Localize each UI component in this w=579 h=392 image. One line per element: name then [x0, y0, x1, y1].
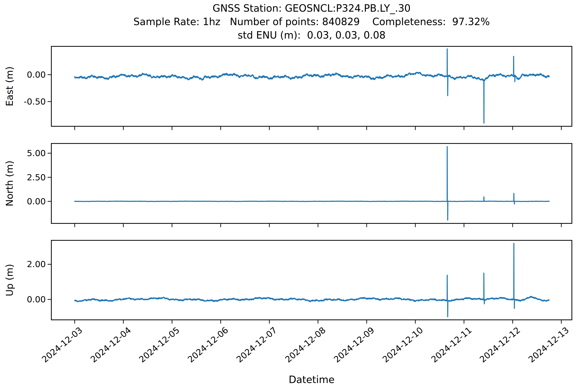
north-series-line [75, 147, 549, 220]
y-tick-label: 0.00 [0, 197, 46, 206]
up-plot-canvas [51, 240, 572, 320]
x-tick-label: 2024-12-13 [527, 326, 571, 364]
x-tick-label: 2024-12-09 [332, 326, 376, 364]
x-tick-label: 2024-12-06 [186, 326, 230, 364]
north-plot-canvas [51, 143, 572, 224]
up-panel [51, 240, 572, 320]
y-tick-label: 0.00 [0, 295, 46, 304]
figure-subtitle-stats: Sample Rate: 1hz Number of points: 84082… [51, 15, 572, 28]
x-tick-label: 2024-12-12 [478, 326, 522, 364]
x-tick-label: 2024-12-05 [138, 326, 181, 364]
x-tick-label: 2024-12-07 [235, 326, 279, 364]
up-series-line [75, 243, 549, 317]
figure-subtitle-std: std ENU (m): 0.03, 0.03, 0.08 [51, 28, 572, 42]
y-tick-label: 0.00 [0, 70, 46, 79]
north-panel [51, 143, 572, 224]
x-tick-label: 2024-12-11 [430, 326, 473, 364]
x-axis-label: Datetime [51, 374, 572, 386]
east-panel [51, 46, 572, 127]
y-tick-label: 2.00 [0, 260, 46, 269]
gnss-enu-figure: GNSS Station: GEOSNCL:P324.PB.LY_.30 Sam… [0, 0, 579, 392]
up-axis-label: Up (m) [4, 264, 15, 296]
x-tick-label: 2024-12-08 [284, 326, 327, 364]
y-tick-label: -0.50 [0, 97, 46, 106]
plot-border [51, 144, 572, 224]
plot-border [51, 47, 572, 126]
y-tick-label: 2.50 [0, 173, 46, 182]
plot-border [51, 240, 572, 320]
x-tick-label: 2024-12-04 [89, 326, 132, 364]
x-tick-label: 2024-12-10 [381, 326, 425, 364]
east-series-line [75, 49, 549, 123]
y-tick-label: 5.00 [0, 149, 46, 158]
figure-title: GNSS Station: GEOSNCL:P324.PB.LY_.30 [51, 1, 572, 15]
east-plot-canvas [51, 46, 572, 127]
x-tick-label: 2024-12-03 [40, 326, 84, 364]
